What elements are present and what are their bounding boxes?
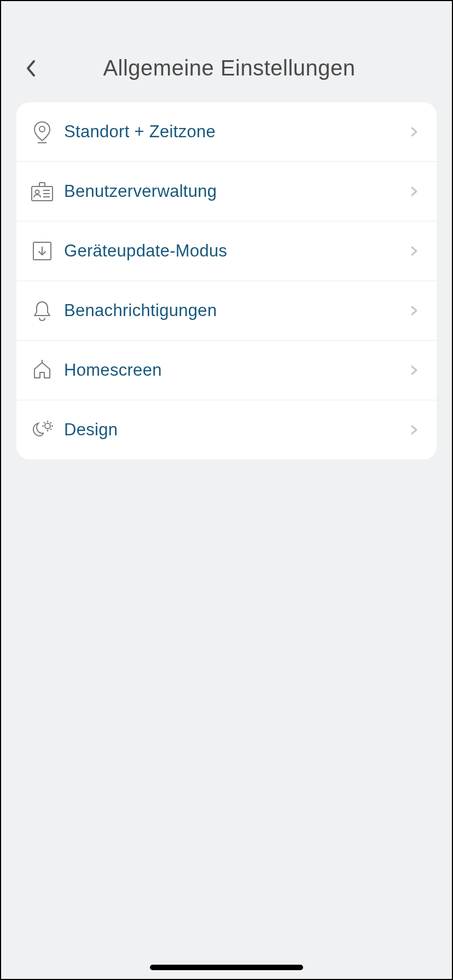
settings-row-label: Design: [64, 420, 408, 440]
home-indicator[interactable]: [150, 965, 303, 970]
location-icon: [30, 120, 54, 144]
svg-point-11: [45, 423, 50, 429]
back-button[interactable]: [20, 57, 42, 79]
chevron-right-icon: [408, 245, 420, 257]
chevron-right-icon: [408, 364, 420, 376]
settings-row-design[interactable]: Design: [16, 400, 437, 459]
settings-row-user-management[interactable]: Benutzerverwaltung: [16, 162, 437, 221]
settings-row-notifications[interactable]: Benachrichtigungen: [16, 281, 437, 341]
settings-row-update-mode[interactable]: Geräteupdate-Modus: [16, 221, 437, 281]
settings-row-label: Homescreen: [64, 360, 408, 380]
settings-row-location[interactable]: Standort + Zeitzone: [16, 102, 437, 162]
svg-line-18: [50, 422, 51, 423]
svg-point-0: [39, 126, 45, 132]
page-title: Allgemeine Einstellungen: [59, 56, 400, 80]
settings-row-homescreen[interactable]: Homescreen: [16, 341, 437, 400]
svg-rect-7: [39, 183, 45, 186]
chevron-right-icon: [408, 305, 420, 317]
svg-point-3: [36, 190, 39, 194]
home-icon: [30, 358, 54, 382]
header: Allgemeine Einstellungen: [1, 1, 452, 94]
settings-row-label: Benachrichtigungen: [64, 301, 408, 320]
settings-card: Standort + Zeitzone Benutzerverwaltung: [16, 102, 437, 459]
chevron-left-icon: [26, 59, 37, 78]
svg-line-16: [44, 422, 45, 423]
chevron-right-icon: [408, 185, 420, 197]
chevron-right-icon: [408, 424, 420, 436]
settings-row-label: Geräteupdate-Modus: [64, 241, 408, 261]
svg-line-17: [50, 429, 51, 430]
bell-icon: [30, 299, 54, 323]
settings-row-label: Benutzerverwaltung: [64, 182, 408, 201]
theme-icon: [30, 418, 54, 442]
chevron-right-icon: [408, 126, 420, 138]
update-icon: [30, 239, 54, 263]
user-management-icon: [30, 179, 54, 203]
settings-row-label: Standort + Zeitzone: [64, 122, 408, 142]
